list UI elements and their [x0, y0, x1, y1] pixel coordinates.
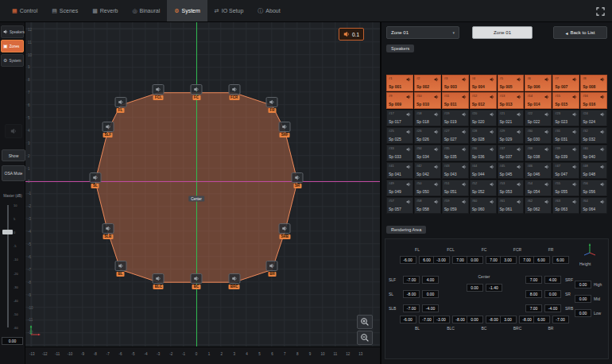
speaker-cell[interactable]: #38Sp 038	[525, 145, 552, 161]
speaker-cell[interactable]: #41Sp 041	[386, 162, 413, 179]
canvas-speaker-slf[interactable]: SLF	[102, 122, 114, 137]
pos-x-fl[interactable]: -6.00	[400, 256, 416, 264]
speaker-cell[interactable]: #28Sp 028	[470, 127, 497, 144]
pos-x-slf[interactable]: -7.00	[403, 276, 420, 284]
speaker-cell[interactable]: #5Sp 005	[498, 75, 525, 91]
pos-x-sl[interactable]: -8.00	[403, 290, 420, 298]
tab-io-setup[interactable]: ⇄IO Setup	[207, 0, 251, 21]
speaker-cell[interactable]: #47Sp 047	[552, 162, 579, 179]
zoom-in-button[interactable]	[357, 315, 373, 329]
height-high-field[interactable]: 0.00	[575, 281, 591, 288]
pos-x-fc[interactable]: 0.00	[467, 256, 483, 264]
speaker-cell[interactable]: #22Sp 022	[525, 110, 552, 126]
pos-x-blc[interactable]: -3.00	[433, 316, 450, 323]
speaker-cell[interactable]: #7Sp 007	[552, 75, 579, 91]
canvas-speaker-sl[interactable]: SL	[89, 172, 101, 188]
speaker-cell[interactable]: #35Sp 035	[442, 145, 469, 161]
speaker-cell[interactable]: #61Sp 061	[498, 197, 525, 214]
sidebar-item-speakers[interactable]: Speakers	[1, 25, 24, 38]
speaker-cell[interactable]: #49Sp 049	[386, 180, 413, 196]
canvas-speaker-brc[interactable]: BRC	[228, 273, 240, 289]
speaker-cell[interactable]: #11Sp 011	[442, 92, 469, 109]
pos-x-brc[interactable]: 3.00	[500, 316, 517, 323]
master-fader-track[interactable]	[7, 205, 9, 327]
back-to-list-button[interactable]: ◂ Back to List	[553, 26, 607, 39]
speaker-cell[interactable]: #9Sp 009	[386, 92, 413, 109]
speaker-cell[interactable]: #33Sp 033	[386, 145, 413, 161]
pos-y-slb[interactable]: -4.00	[422, 304, 439, 312]
pos-y-srb[interactable]: -4.00	[544, 304, 561, 312]
rail-dim-speaker-button[interactable]	[5, 124, 22, 138]
osa-mute-button[interactable]: OSA Mute	[2, 165, 25, 181]
canvas-speaker-fc[interactable]: FC	[191, 84, 203, 100]
fullscreen-button[interactable]	[594, 5, 606, 17]
rendering-canvas[interactable]: 1211109876543210-1-2-3-4-5-6-7-8-9-10-11…	[25, 22, 380, 364]
pos-y-fr[interactable]: 6.00	[552, 256, 569, 264]
canvas-speaker-slb[interactable]: SLB	[102, 223, 114, 239]
speaker-cell[interactable]: #20Sp 020	[470, 110, 497, 126]
speaker-cell[interactable]: #2Sp 002	[414, 75, 441, 91]
speaker-cell[interactable]: #52Sp 052	[470, 180, 497, 196]
speaker-cell[interactable]: #24Sp 024	[580, 110, 607, 126]
speaker-cell[interactable]: #34Sp 034	[414, 145, 441, 161]
speaker-cell[interactable]: #3Sp 003	[442, 75, 469, 91]
pos-y-sl[interactable]: 0.00	[422, 290, 439, 298]
canvas-speaker-bc[interactable]: BC	[191, 273, 203, 289]
master-value-field[interactable]: 0.00	[2, 337, 23, 345]
speaker-cell[interactable]: #10Sp 010	[414, 92, 441, 109]
speaker-cell[interactable]: #42Sp 042	[414, 162, 441, 179]
pos-y-br[interactable]: -7.00	[552, 316, 569, 323]
pos-y-center[interactable]: -1.40	[486, 284, 502, 292]
speaker-cell[interactable]: #23Sp 023	[552, 110, 579, 126]
speaker-cell[interactable]: #12Sp 012	[470, 92, 497, 109]
pos-y-slf[interactable]: 4.00	[422, 276, 439, 284]
speaker-cell[interactable]: #26Sp 026	[414, 127, 441, 144]
speaker-cell[interactable]: #13Sp 013	[498, 92, 525, 109]
canvas-speaker-fcr[interactable]: FCR	[228, 84, 240, 100]
zone-dropdown[interactable]: Zone 01 ▾	[386, 26, 459, 39]
sidebar-item-system[interactable]: ⚙System	[1, 54, 24, 67]
speaker-cell[interactable]: #1Sp 001	[386, 75, 413, 91]
canvas-speaker-fcl[interactable]: FCL	[153, 84, 165, 100]
pos-x-srb[interactable]: 7.00	[525, 304, 542, 312]
sidebar-item-zones[interactable]: ▣Zones	[1, 40, 24, 52]
canvas-speaker-fl[interactable]: FL	[114, 97, 126, 113]
speaker-cell[interactable]: #56Sp 056	[580, 180, 607, 196]
speaker-cell[interactable]: #30Sp 030	[525, 127, 552, 144]
speaker-cell[interactable]: #4Sp 004	[470, 75, 497, 91]
speaker-cell[interactable]: #62Sp 062	[525, 197, 552, 214]
speaker-cell[interactable]: #37Sp 037	[498, 145, 525, 161]
speaker-cell[interactable]: #6Sp 006	[525, 75, 552, 91]
pos-y-sr[interactable]: 0.00	[544, 290, 561, 298]
speaker-cell[interactable]: #17Sp 017	[386, 110, 413, 126]
center-handle[interactable]: Center	[188, 196, 204, 202]
tab-binaural[interactable]: ◎Binaural	[125, 0, 167, 21]
speaker-cell[interactable]: #45Sp 045	[498, 162, 525, 179]
pos-x-sr[interactable]: 8.00	[525, 290, 542, 298]
speaker-cell[interactable]: #27Sp 027	[442, 127, 469, 144]
canvas-speaker-fr[interactable]: FR	[266, 97, 278, 113]
level-badge[interactable]: 0.1	[339, 28, 364, 41]
speaker-cell[interactable]: #18Sp 018	[414, 110, 441, 126]
pos-x-fr[interactable]: 6.00	[533, 256, 550, 264]
tab-scenes[interactable]: ▤Scenes	[45, 0, 85, 21]
speaker-cell[interactable]: #54Sp 054	[525, 180, 552, 196]
speaker-cell[interactable]: #50Sp 050	[414, 180, 441, 196]
speaker-cell[interactable]: #39Sp 039	[552, 145, 579, 161]
zone-name-field[interactable]	[472, 26, 533, 39]
speaker-cell[interactable]: #44Sp 044	[470, 162, 497, 179]
speaker-cell[interactable]: #29Sp 029	[498, 127, 525, 144]
zoom-out-button[interactable]	[357, 331, 373, 345]
speaker-cell[interactable]: #55Sp 055	[552, 180, 579, 196]
speaker-cell[interactable]: #36Sp 036	[470, 145, 497, 161]
speaker-cell[interactable]: #59Sp 059	[442, 197, 469, 214]
pos-x-fcr[interactable]: 3.00	[500, 256, 517, 264]
speaker-cell[interactable]: #8Sp 008	[580, 75, 607, 91]
canvas-speaker-srb[interactable]: SRB	[279, 223, 291, 239]
pos-y-srf[interactable]: 4.00	[544, 276, 561, 284]
pos-x-br[interactable]: 6.00	[533, 316, 550, 323]
speaker-cell[interactable]: #53Sp 053	[498, 180, 525, 196]
canvas-speaker-bl[interactable]: BL	[114, 261, 126, 277]
speaker-cell[interactable]: #64Sp 064	[580, 197, 607, 214]
speaker-cell[interactable]: #31Sp 031	[552, 127, 579, 144]
